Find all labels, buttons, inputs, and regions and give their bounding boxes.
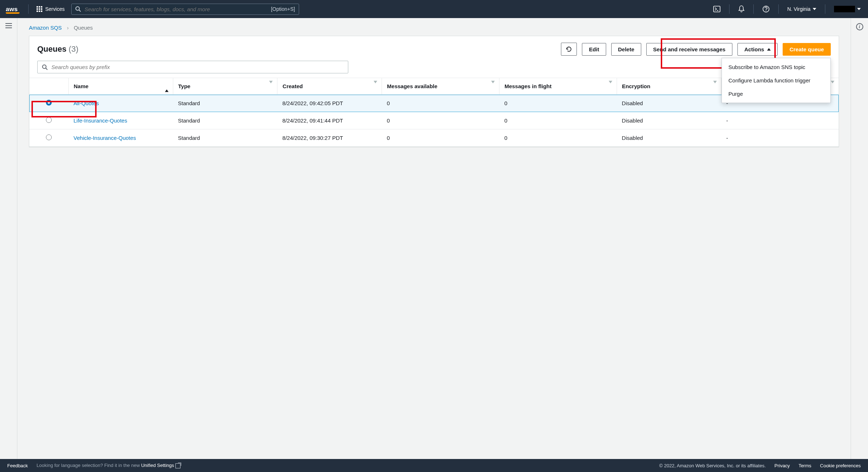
col-messages-inflight[interactable]: Messages in flight [499,78,617,95]
edit-button[interactable]: Edit [582,43,606,56]
col-avail-label: Messages available [387,83,437,89]
cell-type: Standard [173,95,277,112]
panel-count: (3) [69,44,78,53]
unified-settings-link[interactable]: Unified Settings [141,463,180,468]
main-content: Amazon SQS › Queues Queues (3) Edit Dele… [17,18,851,459]
row-select-radio[interactable] [46,100,52,106]
cell-avail: 0 [382,112,499,129]
col-type[interactable]: Type [173,78,277,95]
actions-item-purge[interactable]: Purge [722,87,830,100]
services-menu[interactable]: Services [34,6,68,12]
external-link-icon [175,463,180,468]
notifications-icon[interactable] [735,3,748,15]
col-encryption-label: Encryption [622,83,650,89]
privacy-link[interactable]: Privacy [774,463,790,468]
region-label: N. Virginia [787,6,810,12]
table-row[interactable]: Life-Insurance-QuotesStandard8/24/2022, … [29,112,839,129]
actions-item-subscribe-sns[interactable]: Subscribe to Amazon SNS topic [722,60,830,74]
cell-inflight: 0 [499,112,617,129]
refresh-icon [566,46,572,52]
svg-line-7 [46,68,48,70]
cell-type: Standard [173,112,277,129]
unified-settings-label: Unified Settings [141,463,174,468]
feedback-link[interactable]: Feedback [7,463,28,468]
terms-link[interactable]: Terms [799,463,811,468]
region-selector[interactable]: N. Virginia [784,6,820,12]
col-select [29,78,68,95]
row-select-radio[interactable] [46,117,52,123]
caret-up-icon [767,48,771,51]
cell-encryption: Disabled [617,112,721,129]
actions-item-lambda-trigger[interactable]: Configure Lambda function trigger [722,74,830,87]
help-icon[interactable] [759,3,773,15]
queue-name-link[interactable]: Vehicle-Insurance-Quotes [73,135,136,141]
row-select-radio[interactable] [46,134,52,140]
nav-divider [778,4,779,14]
svg-point-6 [43,65,46,68]
cell-avail: 0 [382,129,499,147]
cell-avail: 0 [382,95,499,112]
actions-dropdown: Subscribe to Amazon SNS topic Configure … [722,58,831,103]
col-name-label: Name [74,83,89,89]
actions-button-label: Actions [744,46,764,52]
refresh-button[interactable] [561,43,577,56]
caret-down-icon [813,8,816,10]
table-row[interactable]: All-QuotesStandard8/24/2022, 09:42:05 PD… [29,95,839,112]
send-receive-button[interactable]: Send and receive messages [646,43,732,56]
info-icon[interactable]: i [856,23,863,30]
create-queue-button[interactable]: Create queue [783,43,831,56]
col-name[interactable]: Name [68,78,173,95]
sort-icon [609,81,612,89]
queue-search [29,61,839,78]
cell-encryption: Disabled [617,95,721,112]
send-receive-button-label: Send and receive messages [653,46,726,52]
col-messages-available[interactable]: Messages available [382,78,499,95]
queue-search-input[interactable] [51,64,344,70]
global-search-input[interactable] [85,6,267,12]
sort-icon [713,81,717,89]
col-encryption[interactable]: Encryption [617,78,721,95]
footer-copyright: © 2022, Amazon Web Services, Inc. or its… [659,463,766,468]
cloudshell-icon[interactable] [710,4,724,14]
chevron-right-icon: › [67,25,69,31]
queue-search-box[interactable] [37,61,348,73]
delete-button[interactable]: Delete [611,43,641,56]
nav-divider [753,4,754,14]
queue-name-link[interactable]: Life-Insurance-Quotes [73,117,127,124]
services-grid-icon [37,6,42,12]
footer-lang-hint: Looking for language selection? Find it … [37,463,180,468]
table-row[interactable]: Vehicle-Insurance-QuotesStandard8/24/202… [29,129,839,147]
sort-icon [269,81,273,89]
breadcrumb: Amazon SQS › Queues [17,18,851,34]
create-queue-button-label: Create queue [790,46,824,52]
sort-icon [831,81,834,89]
cell-dedup: - [721,129,839,147]
side-nav-toggle[interactable] [5,23,12,459]
account-menu[interactable] [830,6,864,12]
app-shell: Amazon SQS › Queues Queues (3) Edit Dele… [0,18,868,459]
cell-created: 8/24/2022, 09:42:05 PDT [277,95,382,112]
global-search[interactable]: [Option+S] [71,4,299,15]
footer-lang-hint-text: Looking for language selection? Find it … [37,463,141,468]
col-created[interactable]: Created [277,78,382,95]
nav-divider [825,4,825,14]
actions-button[interactable]: Actions [737,43,778,56]
cookie-prefs-link[interactable]: Cookie preferences [820,463,861,468]
account-name-redacted [834,6,855,12]
nav-divider [729,4,729,14]
footer: Feedback Looking for language selection?… [0,459,868,472]
sort-icon [491,81,495,89]
col-created-label: Created [282,83,303,89]
queue-name-link[interactable]: All-Quotes [73,100,99,106]
col-type-label: Type [178,83,191,89]
queues-panel: Queues (3) Edit Delete Send and receive … [29,36,839,147]
global-nav: aws Services [Option+S] N. Virginia [0,0,868,18]
breadcrumb-root[interactable]: Amazon SQS [29,25,62,31]
col-inflight-label: Messages in flight [505,83,552,89]
svg-line-1 [79,10,81,12]
panel-title: Queues (3) [37,44,78,54]
search-shortcut: [Option+S] [271,6,295,12]
cell-created: 8/24/2022, 09:30:27 PDT [277,129,382,147]
edit-button-label: Edit [589,46,599,52]
aws-logo[interactable]: aws [4,4,23,14]
